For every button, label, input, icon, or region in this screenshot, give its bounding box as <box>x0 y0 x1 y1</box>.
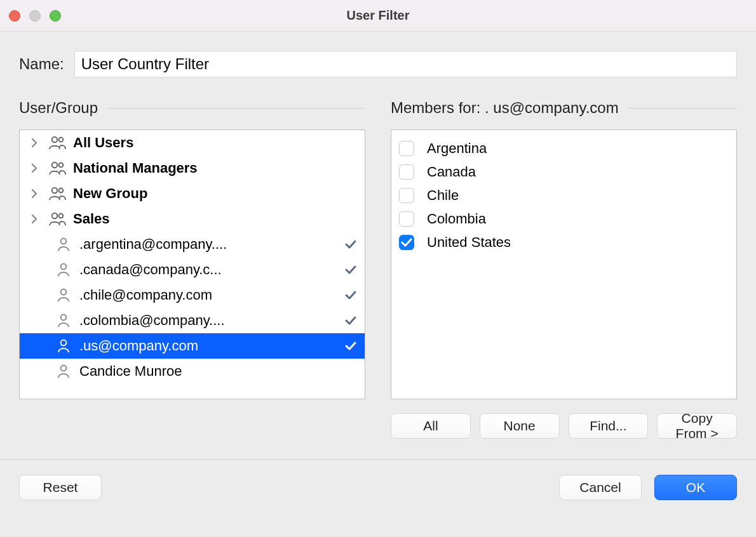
svg-point-9 <box>61 264 67 270</box>
chevron-right-icon[interactable] <box>27 189 41 199</box>
chevron-right-icon[interactable] <box>27 163 41 173</box>
zoom-window-button[interactable] <box>50 10 61 22</box>
name-label: Name: <box>19 55 64 73</box>
tree-item-label: New Group <box>73 185 337 202</box>
dialog-content: Name: User/Group All UsersNational Manag… <box>0 32 756 439</box>
svg-point-10 <box>61 289 67 295</box>
member-checkbox[interactable] <box>399 188 414 203</box>
tree-user-row[interactable]: .argentina@company.... <box>20 232 365 257</box>
tree-group-row[interactable]: National Managers <box>20 156 365 181</box>
close-window-button[interactable] <box>9 10 20 22</box>
svg-point-1 <box>59 138 64 142</box>
name-input[interactable] <box>74 51 737 77</box>
member-label: Chile <box>427 187 729 204</box>
assigned-check-icon <box>343 341 365 350</box>
panels: User/Group All UsersNational ManagersNew… <box>19 99 737 439</box>
user-icon <box>54 262 73 277</box>
svg-point-6 <box>52 213 57 218</box>
members-header: Members for: . us@company.com <box>391 99 737 117</box>
members-title: Members for: . us@company.com <box>391 99 619 117</box>
member-label: United States <box>427 234 729 251</box>
user-icon <box>54 338 73 354</box>
member-checkbox[interactable] <box>399 164 414 180</box>
svg-point-11 <box>61 315 67 321</box>
members-actions: All None Find... Copy From > <box>391 413 737 439</box>
tree-item-label: .argentina@company.... <box>79 236 337 253</box>
svg-point-5 <box>59 189 64 193</box>
tree-user-row[interactable]: .us@company.com <box>20 333 365 359</box>
svg-point-13 <box>61 366 67 371</box>
assigned-check-icon <box>343 291 365 300</box>
group-icon <box>48 186 67 201</box>
members-title-subject: . us@company.com <box>485 99 619 116</box>
user-group-title: User/Group <box>19 99 98 117</box>
chevron-right-icon[interactable] <box>27 138 41 148</box>
copy-from-button[interactable]: Copy From > <box>657 413 737 439</box>
user-icon <box>54 313 73 328</box>
member-row[interactable]: Argentina <box>399 136 729 160</box>
find-button[interactable]: Find... <box>569 413 649 439</box>
member-row[interactable]: Canada <box>399 160 729 183</box>
member-label: Colombia <box>427 211 729 227</box>
members-title-prefix: Members for: <box>391 99 485 116</box>
svg-point-8 <box>61 239 67 244</box>
user-group-panel: User/Group All UsersNational ManagersNew… <box>19 99 365 439</box>
svg-point-7 <box>59 214 64 218</box>
chevron-right-icon[interactable] <box>27 214 41 224</box>
divider-line <box>107 108 365 109</box>
user-group-header: User/Group <box>19 99 365 117</box>
none-button[interactable]: None <box>480 413 560 439</box>
titlebar: User Filter <box>0 0 756 32</box>
tree-group-row[interactable]: Sales <box>20 206 365 232</box>
reset-button[interactable]: Reset <box>19 475 102 500</box>
tree-user-row[interactable]: Candice Munroe <box>20 359 365 384</box>
member-label: Canada <box>427 164 729 180</box>
svg-point-0 <box>52 137 57 142</box>
member-checkbox[interactable] <box>399 235 414 250</box>
svg-point-3 <box>59 163 64 168</box>
members-list[interactable]: ArgentinaCanadaChileColombiaUnited State… <box>391 129 737 399</box>
tree-user-row[interactable]: .chile@company.com <box>20 282 365 308</box>
tree-item-label: Candice Munroe <box>79 363 337 380</box>
member-checkbox[interactable] <box>399 211 414 227</box>
member-row[interactable]: Colombia <box>399 207 729 230</box>
window-controls <box>9 10 61 22</box>
divider-line <box>628 108 737 109</box>
all-button[interactable]: All <box>391 413 471 439</box>
minimize-window-button[interactable] <box>29 10 41 22</box>
members-panel: Members for: . us@company.com ArgentinaC… <box>391 99 737 439</box>
tree-item-label: Sales <box>73 211 337 227</box>
svg-point-4 <box>52 188 57 193</box>
tree-item-label: .chile@company.com <box>79 287 337 303</box>
tree-group-row[interactable]: All Users <box>20 130 365 156</box>
tree-group-row[interactable]: New Group <box>20 181 365 206</box>
tree-item-label: .canada@company.c... <box>79 262 337 278</box>
group-icon <box>48 161 67 176</box>
user-icon <box>54 288 73 303</box>
assigned-check-icon <box>343 240 365 249</box>
group-icon <box>48 211 67 227</box>
tree-user-row[interactable]: .canada@company.c... <box>20 257 365 282</box>
user-icon <box>54 364 73 379</box>
ok-button[interactable]: OK <box>654 475 737 500</box>
window-title: User Filter <box>347 8 410 23</box>
tree-item-label: .colombia@company.... <box>79 312 337 329</box>
svg-point-2 <box>52 162 57 168</box>
user-icon <box>54 237 73 252</box>
dialog-footer: Reset Cancel OK <box>0 459 756 519</box>
name-row: Name: <box>19 51 737 77</box>
user-group-tree[interactable]: All UsersNational ManagersNew GroupSales… <box>19 129 365 399</box>
member-row[interactable]: United States <box>399 230 729 254</box>
assigned-check-icon <box>343 265 365 274</box>
cancel-button[interactable]: Cancel <box>559 475 642 500</box>
tree-item-label: National Managers <box>73 160 337 176</box>
svg-point-12 <box>61 340 67 346</box>
tree-user-row[interactable]: .colombia@company.... <box>20 308 365 333</box>
group-icon <box>48 135 67 150</box>
tree-item-label: .us@company.com <box>79 338 337 354</box>
tree-item-label: All Users <box>73 135 337 151</box>
member-label: Argentina <box>427 140 729 157</box>
assigned-check-icon <box>343 316 365 325</box>
member-row[interactable]: Chile <box>399 183 729 207</box>
member-checkbox[interactable] <box>399 141 414 156</box>
